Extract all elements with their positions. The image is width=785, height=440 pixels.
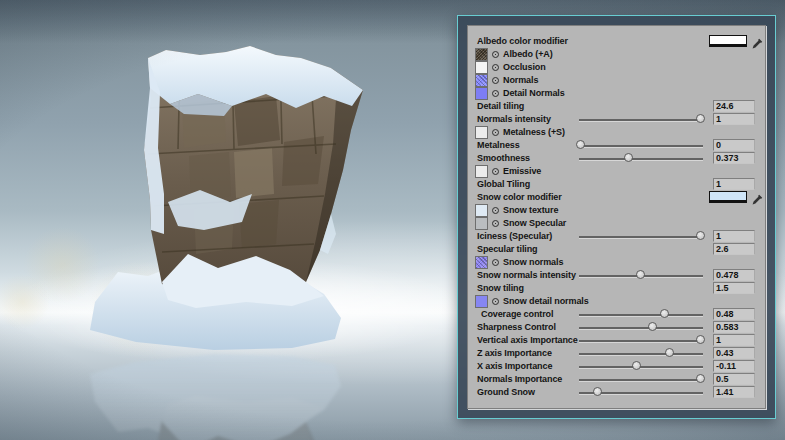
snow-texture-map-thumbnail[interactable] [475, 204, 488, 217]
x-axis-importance-row: X axis Importance-0.11 [475, 360, 758, 373]
coverage-control-value[interactable]: 0.48 [713, 308, 755, 320]
albedo-map-thumbnail[interactable] [475, 48, 488, 61]
normals-map-label: Normals [503, 75, 538, 85]
metalness-slider-track[interactable] [579, 145, 703, 147]
x-axis-importance-value[interactable]: -0.11 [713, 360, 755, 372]
object-picker-icon[interactable] [492, 51, 499, 58]
snow-normals-intensity-row: Snow normals intensity0.478 [475, 269, 758, 282]
vertical-axis-importance-value[interactable]: 1 [713, 334, 755, 346]
snow-tiling-value[interactable]: 1.5 [713, 282, 755, 294]
rock-image [84, 44, 374, 352]
coverage-control-slider-handle[interactable] [660, 309, 669, 318]
vertical-axis-importance-slider-track[interactable] [579, 340, 703, 342]
detail-normals-map-thumbnail[interactable] [475, 87, 488, 100]
snow-normals-intensity-label: Snow normals intensity [477, 270, 576, 280]
sharpness-control-value[interactable]: 0.583 [713, 321, 755, 333]
coverage-control-label: Coverage control [481, 309, 553, 319]
rock-svg [84, 44, 374, 352]
x-axis-importance-slider-track[interactable] [579, 366, 703, 368]
normals-importance-row: Normals Importance0.5 [475, 373, 758, 386]
snow-detail-normals-map-row: Snow detail normals [475, 295, 758, 308]
z-axis-importance-slider-track[interactable] [579, 353, 703, 355]
snow-normals-map-row: Snow normals [475, 256, 758, 269]
iciness-specular-label: Iciness (Specular) [477, 231, 552, 241]
object-picker-icon[interactable] [492, 129, 499, 136]
object-picker-icon[interactable] [492, 220, 499, 227]
normals-intensity-label: Normals intensity [477, 114, 551, 124]
iciness-specular-value[interactable]: 1 [713, 230, 755, 242]
object-picker-icon[interactable] [492, 259, 499, 266]
snow-specular-map-row: Snow Specular [475, 217, 758, 230]
snow-texture-map-row: Snow texture [475, 204, 758, 217]
vertical-axis-importance-row: Vertical axis Importance1 [475, 334, 758, 347]
iciness-specular-row: Iciness (Specular)1 [475, 230, 758, 243]
detail-normals-map-label: Detail Normals [503, 88, 565, 98]
metalness-label: Metalness [477, 140, 520, 150]
specular-tiling-value[interactable]: 2.6 [713, 243, 755, 255]
metalness-value[interactable]: 0 [713, 139, 755, 151]
iciness-specular-slider-handle[interactable] [696, 231, 705, 240]
specular-tiling-row: Specular tiling2.6 [475, 243, 758, 256]
normals-map-thumbnail[interactable] [475, 74, 488, 87]
emissive-map-thumbnail[interactable] [475, 165, 488, 178]
normals-importance-slider-track[interactable] [579, 379, 703, 381]
sharpness-control-row: Sharpness Control0.583 [475, 321, 758, 334]
z-axis-importance-slider-handle[interactable] [665, 348, 674, 357]
metalness-row: Metalness0 [475, 139, 758, 152]
occlusion-map-thumbnail[interactable] [475, 61, 488, 74]
occlusion-map-label: Occlusion [503, 62, 546, 72]
metalness-map-label: Metalness (+S) [503, 127, 565, 137]
albedo-color-modifier-swatch[interactable] [709, 35, 747, 47]
rock-reflection [84, 352, 374, 440]
sharpness-control-slider-handle[interactable] [648, 322, 657, 331]
snow-normals-map-thumbnail[interactable] [475, 256, 488, 269]
metalness-map-thumbnail[interactable] [475, 126, 488, 139]
normals-importance-slider-handle[interactable] [696, 374, 705, 383]
snow-normals-intensity-slider-handle[interactable] [636, 270, 645, 279]
object-picker-icon[interactable] [492, 77, 499, 84]
normals-intensity-slider-handle[interactable] [696, 114, 705, 123]
z-axis-importance-value[interactable]: 0.43 [713, 347, 755, 359]
metalness-map-row: Metalness (+S) [475, 126, 758, 139]
detail-tiling-row: Detail tiling24.6 [475, 100, 758, 113]
albedo-color-modifier-row: Albedo color modifier [475, 35, 758, 48]
z-axis-importance-row: Z axis Importance0.43 [475, 347, 758, 360]
eyedropper-icon[interactable] [752, 35, 763, 47]
snow-specular-map-thumbnail[interactable] [475, 217, 488, 230]
global-tiling-value[interactable]: 1 [713, 178, 755, 190]
smoothness-row: Smoothness0.373 [475, 152, 758, 165]
snow-color-modifier-swatch[interactable] [709, 191, 747, 203]
ground-snow-value[interactable]: 1.41 [713, 386, 755, 398]
object-picker-icon[interactable] [492, 64, 499, 71]
emissive-map-label: Emissive [503, 166, 541, 176]
normals-intensity-row: Normals intensity1 [475, 113, 758, 126]
vertical-axis-importance-slider-handle[interactable] [696, 335, 705, 344]
ground-snow-slider-handle[interactable] [593, 387, 602, 396]
sharpness-control-slider-track[interactable] [579, 327, 703, 329]
object-picker-icon[interactable] [492, 298, 499, 305]
coverage-control-slider-track[interactable] [579, 314, 703, 316]
object-picker-icon[interactable] [492, 90, 499, 97]
normals-intensity-value[interactable]: 1 [713, 113, 755, 125]
occlusion-map-row: Occlusion [475, 61, 758, 74]
snow-detail-normals-map-thumbnail[interactable] [475, 295, 488, 308]
z-axis-importance-label: Z axis Importance [477, 348, 552, 358]
eyedropper-icon[interactable] [752, 191, 763, 203]
rock-svg [84, 352, 374, 440]
smoothness-value[interactable]: 0.373 [713, 152, 755, 164]
smoothness-slider-track[interactable] [579, 158, 703, 160]
x-axis-importance-slider-handle[interactable] [632, 361, 641, 370]
global-tiling-row: Global Tiling1 [475, 178, 758, 191]
object-picker-icon[interactable] [492, 168, 499, 175]
albedo-map-row: Albedo (+A) [475, 48, 758, 61]
detail-tiling-value[interactable]: 24.6 [713, 100, 755, 112]
smoothness-slider-handle[interactable] [624, 153, 633, 162]
iciness-specular-slider-track[interactable] [579, 236, 703, 238]
object-picker-icon[interactable] [492, 207, 499, 214]
metalness-slider-handle[interactable] [576, 140, 585, 149]
normals-importance-value[interactable]: 0.5 [713, 373, 755, 385]
snow-specular-map-label: Snow Specular [503, 218, 566, 228]
snow-normals-intensity-value[interactable]: 0.478 [713, 269, 755, 281]
specular-tiling-label: Specular tiling [477, 244, 538, 254]
normals-intensity-slider-track[interactable] [579, 119, 703, 121]
